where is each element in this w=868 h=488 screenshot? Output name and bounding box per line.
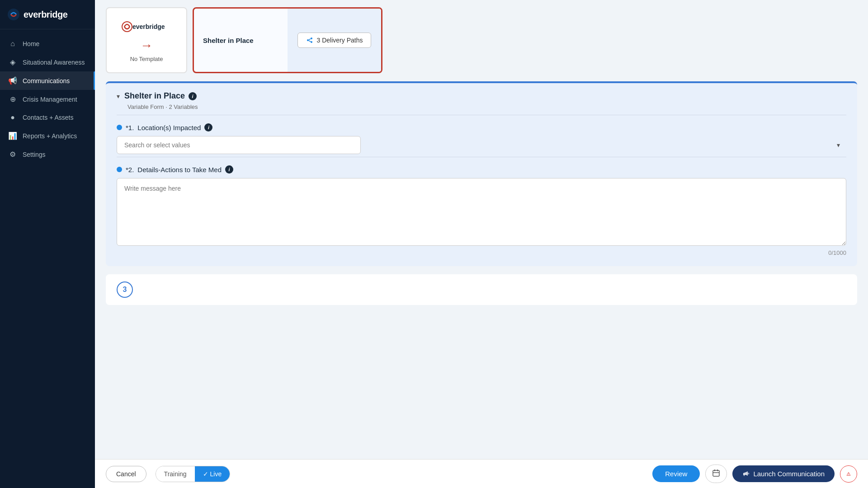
sidebar-item-label: Home: [23, 40, 39, 47]
variable-1-row: *1. Location(s) Impacted i ▾: [106, 115, 857, 157]
selected-template-title: Shelter in Place: [203, 37, 278, 44]
calendar-icon: [712, 469, 720, 477]
training-mode-button[interactable]: Training: [156, 466, 195, 482]
contacts-assets-icon: ●: [8, 113, 17, 122]
delivery-paths-button[interactable]: 3 Delivery Paths: [297, 33, 372, 48]
sidebar-item-label: Crisis Management: [23, 96, 77, 103]
sidebar-item-home[interactable]: ⌂ Home: [0, 35, 95, 53]
svg-point-3: [307, 39, 309, 41]
sidebar-item-reports-analytics[interactable]: 📊 Reports + Analytics: [0, 127, 95, 145]
svg-point-5: [311, 41, 312, 43]
sidebar: everbridge ⌂ Home ◈ Situational Awarenes…: [0, 0, 95, 488]
review-button[interactable]: Review: [652, 465, 700, 482]
svg-line-6: [309, 39, 311, 40]
delivery-paths-icon: [306, 37, 313, 44]
info-icon[interactable]: i: [189, 92, 197, 100]
everbridge-logo-svg: everbridge: [122, 19, 171, 35]
blue-dot-1: [117, 125, 122, 130]
logo-area: everbridge: [0, 0, 95, 29]
bottom-bar: Cancel Training ✓ Live Review Launch Com…: [95, 459, 868, 488]
sidebar-item-label: Communications: [23, 77, 70, 84]
home-icon: ⌂: [8, 40, 17, 48]
everbridge-logo-icon: [7, 8, 20, 21]
sidebar-logo-text: everbridge: [24, 9, 67, 20]
location-select-input[interactable]: [117, 136, 361, 154]
svg-text:everbridge: everbridge: [132, 23, 165, 30]
warning-button[interactable]: [840, 465, 857, 483]
cancel-button[interactable]: Cancel: [106, 466, 146, 482]
variable-2-row: *2. Details-Actions to Take Med i 0/1000: [106, 157, 857, 259]
crisis-management-icon: ⊕: [8, 95, 17, 103]
variable-1-text: Location(s) Impacted: [137, 124, 201, 131]
situational-awareness-icon: ◈: [8, 58, 17, 66]
no-template-card[interactable]: everbridge → No Template: [106, 7, 187, 73]
section-header: ▾ Shelter in Place i: [106, 83, 857, 103]
variable-2-label: *2. Details-Actions to Take Med i: [117, 165, 846, 174]
variable-1-number: *1.: [126, 124, 134, 131]
variable-1-label: *1. Location(s) Impacted i: [117, 123, 846, 131]
sidebar-item-label: Settings: [23, 151, 46, 158]
section-subtitle: Variable Form · 2 Variables: [106, 103, 857, 115]
sidebar-item-contacts-assets[interactable]: ● Contacts + Assets: [0, 108, 95, 127]
shelter-section-panel: ▾ Shelter in Place i Variable Form · 2 V…: [106, 81, 857, 266]
svg-point-14: [849, 474, 849, 475]
settings-icon: ⚙: [8, 150, 17, 159]
live-mode-button[interactable]: ✓ Live: [195, 466, 230, 482]
selected-template-card[interactable]: Shelter in Place 3 Delivery Paths: [193, 7, 382, 73]
section-title: Shelter in Place: [124, 91, 185, 101]
variable-2-info-icon[interactable]: i: [225, 165, 233, 174]
variable-1-info-icon[interactable]: i: [204, 123, 212, 131]
svg-rect-8: [713, 470, 719, 476]
message-textarea[interactable]: [117, 178, 846, 246]
reports-analytics-icon: 📊: [8, 131, 17, 140]
no-template-label: No Template: [130, 56, 163, 62]
blue-dot-2: [117, 167, 122, 172]
sidebar-item-crisis-management[interactable]: ⊕ Crisis Management: [0, 90, 95, 108]
variable-2-number: *2.: [126, 166, 134, 174]
svg-point-1: [122, 22, 132, 32]
sidebar-item-communications[interactable]: 📢 Communications: [0, 71, 95, 90]
sidebar-item-situational-awareness[interactable]: ◈ Situational Awareness: [0, 53, 95, 71]
selected-card-right: 3 Delivery Paths: [288, 9, 381, 72]
variable-2-text: Details-Actions to Take Med: [137, 166, 222, 174]
svg-point-0: [8, 9, 19, 20]
step3-bar: 3: [106, 274, 857, 305]
sidebar-item-label: Situational Awareness: [23, 59, 85, 66]
svg-line-7: [309, 41, 311, 42]
svg-point-4: [311, 38, 312, 39]
select-chevron-icon: ▾: [837, 141, 840, 149]
selected-card-left: Shelter in Place: [194, 28, 288, 53]
no-template-logo: everbridge → No Template: [122, 19, 171, 62]
main-content: everbridge → No Template Shelter in Plac…: [95, 0, 868, 488]
svg-point-12: [748, 473, 750, 474]
sidebar-item-label: Reports + Analytics: [23, 132, 77, 140]
chevron-down-icon[interactable]: ▾: [117, 93, 120, 100]
launch-label: Launch Communication: [753, 470, 825, 478]
mode-group: Training ✓ Live: [156, 466, 231, 482]
char-count: 0/1000: [117, 248, 846, 256]
launch-communication-button[interactable]: Launch Communication: [732, 465, 835, 482]
sidebar-item-settings[interactable]: ⚙ Settings: [0, 145, 95, 164]
template-area: everbridge → No Template Shelter in Plac…: [95, 0, 868, 73]
megaphone-icon: [742, 470, 750, 478]
location-select-wrapper: ▾: [117, 136, 846, 154]
communications-icon: 📢: [8, 76, 17, 85]
message-textarea-wrapper: 0/1000: [117, 178, 846, 256]
step-3-circle: 3: [117, 282, 133, 298]
warning-icon: [846, 470, 851, 478]
sidebar-item-label: Contacts + Assets: [23, 114, 73, 121]
delivery-paths-label: 3 Delivery Paths: [317, 37, 363, 44]
sidebar-nav: ⌂ Home ◈ Situational Awareness 📢 Communi…: [0, 29, 95, 488]
calendar-button[interactable]: [705, 465, 727, 483]
template-cards: everbridge → No Template Shelter in Plac…: [106, 7, 857, 73]
